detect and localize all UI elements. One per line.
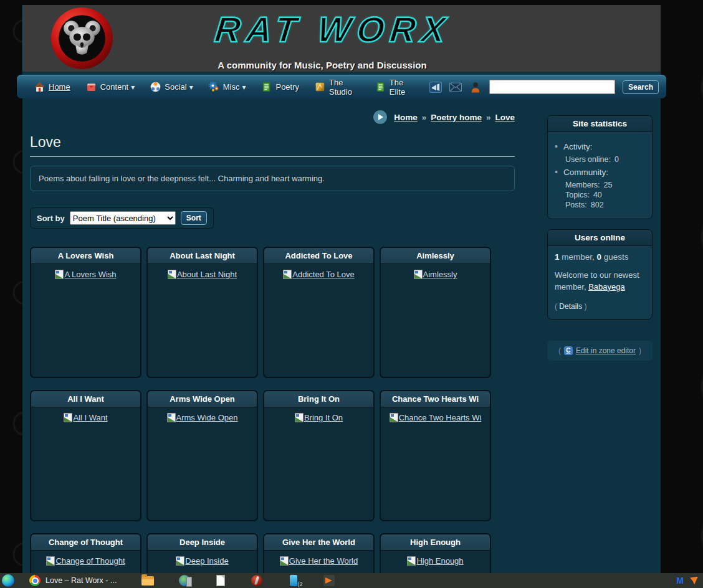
media-player-icon[interactable] xyxy=(251,575,262,586)
member-word: member, xyxy=(560,252,597,262)
title-divider xyxy=(30,156,515,157)
nav-item-poetry[interactable]: Poetry xyxy=(261,82,299,92)
nav-item-label: Misc xyxy=(223,82,240,92)
edge-browser-icon[interactable] xyxy=(2,574,14,587)
poetry-doc-icon xyxy=(261,82,272,92)
poem-link[interactable]: High Enough xyxy=(407,556,463,566)
poem-link[interactable]: Deep Inside xyxy=(176,556,228,566)
poem-link-label: Bring It On xyxy=(304,413,343,422)
stat-value: 802 xyxy=(591,201,604,209)
breadcrumb-separator: » xyxy=(486,113,491,122)
nav-item-label: Content xyxy=(100,82,129,92)
paren: ) xyxy=(584,302,586,311)
elite-doc-icon xyxy=(375,82,386,92)
tray-m-icon[interactable]: M xyxy=(676,576,684,586)
edit-zone-editor-link[interactable]: CEdit in zone editor xyxy=(564,346,636,355)
search-input[interactable] xyxy=(489,80,615,94)
newest-member-link[interactable]: Babayega xyxy=(588,282,625,292)
broken-image-icon xyxy=(168,270,176,279)
nav-item-label: The Studio xyxy=(329,78,360,97)
triangle-app-icon[interactable] xyxy=(323,575,335,586)
nav-item-content[interactable]: Content xyxy=(86,82,135,92)
poem-card: A Lovers Wish A Lovers Wish xyxy=(30,247,141,378)
poem-link[interactable]: Addicted To Love xyxy=(283,270,355,279)
phone-app-icon[interactable]: (2 xyxy=(290,575,297,586)
details-link[interactable]: Details xyxy=(559,302,582,311)
broken-image-icon xyxy=(295,413,304,422)
broken-image-icon xyxy=(414,270,423,279)
nav-item-the-elite[interactable]: The Elite xyxy=(375,78,414,97)
sidebar: Site statistics Activity: Users online:0… xyxy=(547,115,653,361)
poem-card: Addicted To Love Addicted To Love xyxy=(263,247,375,378)
broken-image-icon xyxy=(176,556,184,566)
poem-card-title: Arms Wide Open xyxy=(148,391,257,407)
poem-link[interactable]: Aimlessly xyxy=(414,270,457,279)
nav-item-social[interactable]: Social xyxy=(150,82,193,92)
poem-link[interactable]: Arms Wide Open xyxy=(167,413,238,422)
stat-section-heading: Community: xyxy=(555,167,645,177)
poem-link[interactable]: About Last Night xyxy=(168,270,237,279)
sort-controls: Sort by Poem Title (ascending) Sort xyxy=(30,207,214,229)
broken-image-icon xyxy=(167,413,176,422)
poem-card-title: A Lovers Wish xyxy=(31,248,140,264)
sort-button[interactable]: Sort xyxy=(181,211,207,225)
breadcrumb: Home » Poetry home » Love xyxy=(30,110,515,124)
poem-card-title: Aimlessly xyxy=(381,248,490,264)
phone-badge: (2 xyxy=(297,581,302,587)
nav-item-label: Home xyxy=(49,82,70,92)
stat-line: Topics:40 xyxy=(565,191,645,199)
stat-label: Topics: xyxy=(565,191,590,199)
document-app-icon[interactable] xyxy=(216,575,225,586)
poem-link[interactable]: Chance Two Hearts Wi xyxy=(390,413,482,422)
dropdown-arrow-icon xyxy=(242,83,246,92)
stat-value: 40 xyxy=(593,191,602,199)
chrome-browser-icon[interactable] xyxy=(29,575,41,586)
poem-card: Arms Wide Open Arms Wide Open xyxy=(146,390,258,521)
search-button[interactable]: Search xyxy=(623,80,659,94)
poem-link-label: Addicted To Love xyxy=(292,270,355,279)
nav-item-home[interactable]: Home xyxy=(34,82,70,92)
active-task-label[interactable]: Love – Rat Worx - ... xyxy=(45,576,117,585)
file-explorer-icon[interactable] xyxy=(141,576,154,586)
composr-icon: C xyxy=(564,346,573,355)
breadcrumb-link-poetry-home[interactable]: Poetry home xyxy=(431,113,482,122)
poem-link-label: All I Want xyxy=(73,413,107,422)
poem-link[interactable]: Bring It On xyxy=(295,413,343,422)
broken-image-icon xyxy=(64,413,72,422)
newest-member-welcome: Welcome to our newest member, Babayega xyxy=(555,270,645,293)
studio-icon xyxy=(315,82,325,92)
poem-link[interactable]: Change of Thought xyxy=(46,556,125,566)
stat-line: Users online:0 xyxy=(565,155,645,164)
breadcrumb-link-love[interactable]: Love xyxy=(495,113,515,122)
poem-link-label: Deep Inside xyxy=(185,556,228,566)
poem-card: All I Want All I Want xyxy=(30,390,141,521)
nav-item-the-studio[interactable]: The Studio xyxy=(315,78,360,97)
globe-server-icon[interactable] xyxy=(179,575,190,586)
tray-orange-icon[interactable] xyxy=(690,577,698,585)
poem-link[interactable]: A Lovers Wish xyxy=(55,270,116,279)
poem-card: Aimlessly Aimlessly xyxy=(380,247,491,378)
nav-item-misc[interactable]: Misc xyxy=(209,82,246,92)
megaphone-icon[interactable] xyxy=(429,82,442,93)
details-row: ( Details ) xyxy=(555,302,645,311)
poem-link[interactable]: All I Want xyxy=(64,413,107,422)
broken-image-icon xyxy=(280,556,289,566)
stat-label: Members: xyxy=(565,181,600,189)
stat-label: Posts: xyxy=(565,201,587,209)
poem-link[interactable]: Give Her the World xyxy=(280,556,358,566)
poem-card-title: All I Want xyxy=(31,391,140,407)
sort-select[interactable]: Poem Title (ascending) xyxy=(70,211,176,225)
broken-image-icon xyxy=(407,556,416,566)
stat-line: Members:25 xyxy=(565,181,645,189)
breadcrumb-link-home[interactable]: Home xyxy=(394,113,418,122)
member-icon[interactable] xyxy=(469,82,482,93)
site-header: RAT WORX A community for Music, Poetry a… xyxy=(22,5,661,72)
panel-title: Users online xyxy=(548,230,652,246)
envelope-icon[interactable] xyxy=(449,82,462,93)
stat-label: Users online: xyxy=(565,155,611,164)
member-count: 1 xyxy=(555,252,560,262)
poem-card-title: About Last Night xyxy=(148,248,257,264)
stat-line: Posts:802 xyxy=(565,201,645,209)
poem-link-label: Arms Wide Open xyxy=(176,413,238,422)
broken-image-icon xyxy=(46,556,55,566)
